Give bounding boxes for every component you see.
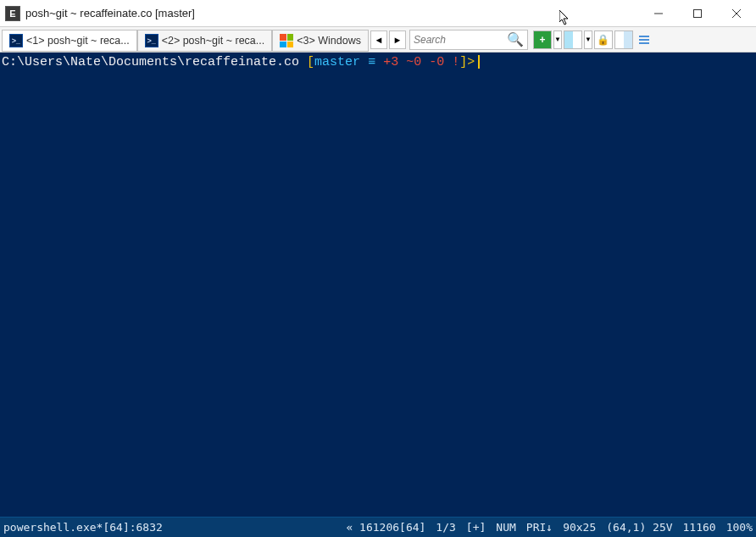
search-icon[interactable]: 🔍 <box>507 31 524 47</box>
prompt-branch: master <box>314 55 360 69</box>
powershell-icon: >_ <box>9 34 23 47</box>
title-bar: E posh~git ~ recaffeinate.co [master] <box>0 0 756 27</box>
status-process: powershell.exe*[64]:6832 <box>3 521 163 534</box>
prompt-path: C:\Users\Nate\Documents\recaffeinate.co <box>2 55 299 69</box>
prompt-bracket-open: [ <box>307 55 314 69</box>
status-bar: powershell.exe*[64]:6832 « 161206[64] 1/… <box>0 517 756 537</box>
menu-button[interactable] <box>635 30 653 49</box>
powershell-icon: >_ <box>145 34 158 47</box>
lock-button[interactable]: 🔒 <box>594 30 613 49</box>
status-plus: [+] <box>466 521 486 534</box>
status-cursor: (64,1) 25V <box>606 521 672 534</box>
tab-scroll-left[interactable]: ◄ <box>370 30 387 49</box>
app-icon: E <box>5 6 20 21</box>
prompt-added: +3 <box>383 55 398 69</box>
tab-3[interactable]: <3> Windows <box>272 30 369 52</box>
prompt-equiv: ≡ <box>368 55 375 69</box>
terminal-pane[interactable]: C:\Users\Nate\Documents\recaffeinate.co … <box>0 53 756 517</box>
prompt-line: C:\Users\Nate\Documents\recaffeinate.co … <box>2 54 756 71</box>
tab-label: <2> posh~git ~ reca... <box>162 35 265 47</box>
search-box[interactable]: 🔍 <box>409 30 528 50</box>
minimize-button[interactable] <box>639 0 678 26</box>
tab-2[interactable]: >_ <2> posh~git ~ reca... <box>137 30 273 52</box>
prompt-modified: ~0 <box>406 55 421 69</box>
status-num: NUM <box>496 521 515 534</box>
terminal-cursor <box>478 55 480 69</box>
tab-bar: >_ <1> posh~git ~ reca... >_ <2> posh~gi… <box>0 27 756 53</box>
tab-1[interactable]: >_ <1> posh~git ~ reca... <box>2 30 137 52</box>
status-build: « 161206[64] <box>346 521 425 534</box>
status-zoom: 100% <box>726 521 753 534</box>
new-tab-dropdown[interactable]: ▼ <box>553 30 562 49</box>
tab-label: <1> posh~git ~ reca... <box>26 35 130 47</box>
status-pri: PRI↓ <box>526 521 553 534</box>
prompt-bracket-close: ]> <box>459 55 475 69</box>
svg-rect-1 <box>694 9 702 17</box>
prompt-bang: ! <box>452 55 459 69</box>
status-mem: 11160 <box>683 521 716 534</box>
windows-icon <box>280 34 293 47</box>
split-button[interactable] <box>564 30 582 49</box>
layout-button[interactable] <box>614 30 633 49</box>
maximize-button[interactable] <box>678 0 717 26</box>
tab-label: <3> Windows <box>297 35 361 47</box>
status-page: 1/3 <box>436 521 455 534</box>
prompt-deleted: -0 <box>429 55 444 69</box>
hamburger-icon <box>639 36 649 44</box>
window-title: posh~git ~ recaffeinate.co [master] <box>25 7 639 19</box>
split-dropdown[interactable]: ▼ <box>584 30 592 49</box>
search-input[interactable] <box>414 34 507 46</box>
tab-scroll-right[interactable]: ► <box>389 30 406 49</box>
close-button[interactable] <box>717 0 756 26</box>
status-size: 90x25 <box>563 521 596 534</box>
new-tab-button[interactable]: + <box>533 30 552 49</box>
